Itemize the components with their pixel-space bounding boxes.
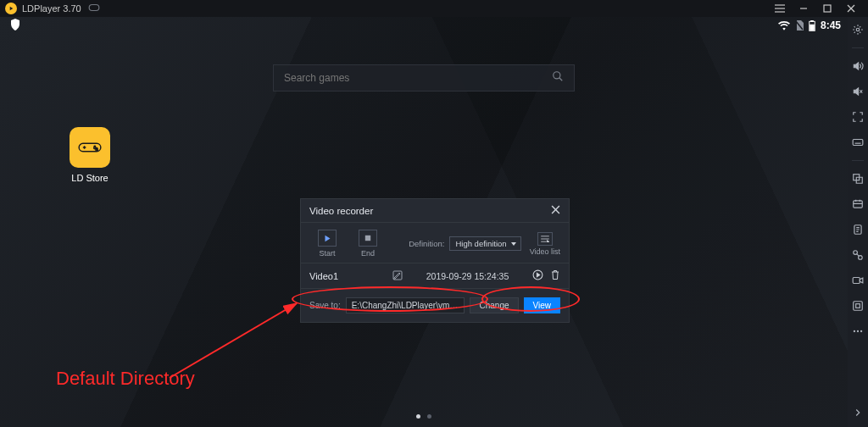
search-icon — [552, 70, 564, 86]
svg-point-35 — [854, 330, 855, 332]
screenshot-button[interactable] — [850, 298, 865, 313]
video-recorder-dialog: Video recorder Start End Definition: Hig… — [300, 198, 570, 323]
keyboard-button[interactable] — [850, 135, 865, 150]
svg-rect-11 — [810, 25, 815, 30]
multi-instance-button[interactable] — [850, 171, 865, 186]
menu-button[interactable] — [768, 1, 792, 16]
operation-record-button[interactable] — [850, 247, 865, 263]
app-label: LD Store — [66, 173, 114, 183]
play-button[interactable] — [532, 269, 543, 282]
svg-line-13 — [559, 78, 563, 81]
app-logo-icon — [5, 3, 17, 14]
svg-rect-5 — [824, 5, 831, 12]
wifi-icon — [778, 21, 790, 30]
svg-rect-33 — [854, 302, 863, 311]
app-ld-store[interactable]: LD Store — [66, 127, 114, 183]
svg-point-37 — [860, 330, 862, 332]
save-to-label: Save to: — [309, 301, 341, 310]
ld-store-icon — [70, 127, 110, 168]
definition-label: Definition: — [409, 239, 444, 248]
video-timestamp: 2019-09-29 15:24:35 — [409, 271, 526, 281]
svg-point-25 — [856, 28, 860, 31]
video-name: Video1 — [309, 271, 386, 281]
svg-rect-10 — [811, 20, 814, 21]
svg-rect-34 — [856, 304, 860, 308]
svg-point-14 — [93, 145, 96, 147]
more-button[interactable] — [850, 324, 865, 339]
video-list-label: Video list — [530, 247, 560, 256]
dialog-titlebar: Video recorder — [301, 199, 569, 223]
volume-up-button[interactable] — [850, 58, 865, 74]
pager-dot[interactable] — [416, 414, 420, 419]
window-title: LDPlayer 3.70 — [22, 3, 81, 14]
status-time: 8:45 — [821, 19, 841, 31]
rename-button[interactable] — [392, 270, 403, 282]
change-button[interactable]: Change — [470, 297, 518, 313]
side-toolbar — [848, 17, 868, 427]
settings-button[interactable] — [850, 22, 865, 37]
home-pager-dots[interactable] — [416, 414, 431, 419]
volume-down-button[interactable] — [850, 84, 865, 99]
svg-rect-0 — [89, 5, 99, 11]
pager-dot[interactable] — [427, 414, 431, 419]
macro-button[interactable] — [850, 222, 865, 237]
android-status-bar: 8:45 — [0, 17, 848, 34]
fullscreen-button[interactable] — [850, 109, 865, 125]
emulator-screen: 8:45 LD Store Video recorder Start — [0, 17, 848, 427]
maximize-button[interactable] — [815, 1, 839, 16]
save-to-row: Save to: E:\ChangZhi\LDPlayer\vms\video\… — [301, 288, 569, 322]
svg-point-15 — [96, 147, 98, 150]
shield-icon — [10, 19, 20, 32]
annotation-text: Default Directory — [56, 368, 195, 390]
svg-point-30 — [854, 251, 858, 255]
dialog-close-button[interactable] — [551, 205, 560, 216]
play-icon — [318, 230, 337, 247]
start-label: Start — [309, 249, 345, 258]
close-button[interactable] — [839, 1, 863, 16]
video-list-button[interactable]: Video list — [530, 232, 560, 256]
svg-rect-32 — [853, 278, 860, 284]
minimize-button[interactable] — [792, 1, 815, 16]
record-end-button[interactable]: End — [350, 230, 386, 258]
list-icon — [537, 232, 553, 246]
record-start-button[interactable]: Start — [309, 230, 345, 258]
svg-point-36 — [857, 330, 859, 332]
view-button[interactable]: View — [524, 297, 561, 313]
video-entry: Video1 2019-09-29 15:24:35 — [301, 263, 569, 288]
save-path-field[interactable]: E:\ChangZhi\LDPlayer\vms\video\ — [346, 297, 465, 313]
battery-icon — [809, 20, 815, 31]
search-input[interactable] — [284, 72, 552, 84]
window-titlebar: LDPlayer 3.70 — [0, 0, 868, 17]
svg-rect-22 — [393, 271, 402, 280]
sync-button[interactable] — [850, 197, 865, 212]
toggle-sidebar-button[interactable] — [850, 405, 865, 420]
search-bar[interactable] — [273, 64, 575, 92]
svg-rect-18 — [365, 236, 370, 241]
stop-icon — [359, 230, 377, 247]
svg-line-24 — [170, 303, 297, 378]
no-sim-icon — [795, 20, 804, 30]
svg-point-31 — [859, 256, 863, 260]
definition-value: High definition — [455, 239, 506, 248]
video-record-button[interactable] — [850, 273, 865, 288]
definition-select[interactable]: High definition — [449, 236, 520, 251]
gamepad-icon — [88, 3, 100, 14]
end-label: End — [350, 249, 386, 258]
delete-button[interactable] — [550, 269, 560, 282]
dialog-title: Video recorder — [309, 206, 551, 216]
svg-point-12 — [554, 72, 560, 79]
svg-rect-26 — [853, 140, 863, 146]
